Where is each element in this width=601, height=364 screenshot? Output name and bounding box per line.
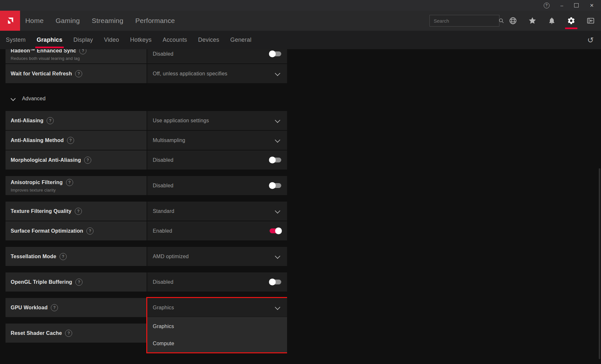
collapse-panel-icon[interactable] (586, 16, 595, 25)
close-icon[interactable]: ✕ (590, 3, 594, 8)
chevron-down-icon[interactable] (275, 137, 280, 143)
toggle-switch[interactable] (270, 51, 281, 56)
setting-label: Anti-Aliasing (11, 118, 43, 124)
nav-tab-performance[interactable]: Performance (135, 17, 175, 25)
help-icon[interactable]: ? (79, 49, 86, 54)
chevron-down-icon[interactable] (275, 208, 280, 214)
setting-value: Disabled (153, 183, 173, 189)
subnav-tab-devices[interactable]: Devices (198, 36, 219, 44)
help-icon[interactable]: ? (75, 208, 82, 215)
toggle-switch[interactable] (270, 228, 281, 233)
subnav-tab-display[interactable]: Display (73, 36, 93, 44)
search-icon[interactable] (498, 17, 505, 24)
help-icon[interactable]: ? (86, 227, 94, 235)
subnav-tab-system[interactable]: System (6, 36, 26, 44)
chevron-down-icon[interactable] (275, 117, 280, 123)
settings-row: GPU Workload?GraphicsGraphicsCompute (6, 298, 287, 317)
restore-defaults-icon[interactable]: ↺ (587, 36, 594, 44)
nav-tab-streaming[interactable]: Streaming (92, 17, 124, 25)
toggle-switch[interactable] (270, 280, 281, 284)
setting-label-line: Anti-Aliasing Method? (11, 137, 142, 144)
settings-row: OpenGL Triple Buffering?Disabled (6, 272, 287, 292)
search-input[interactable] (430, 18, 498, 24)
search-box[interactable] (429, 15, 499, 27)
setting-label-line: Texture Filtering Quality? (11, 208, 142, 215)
chevron-down-icon (11, 96, 16, 101)
setting-value: Enabled (153, 228, 172, 234)
subnav-tab-video[interactable]: Video (104, 36, 119, 44)
bell-icon[interactable] (547, 16, 556, 25)
setting-value-cell[interactable]: Use application settings (147, 111, 287, 130)
setting-label-cell: Anti-Aliasing Method? (6, 131, 147, 150)
chevron-down-icon[interactable] (275, 253, 280, 259)
section-header-advanced[interactable]: Advanced (6, 90, 287, 108)
dropdown-option-compute[interactable]: Compute (147, 335, 287, 353)
settings-row: Texture Filtering Quality?Standard (6, 202, 287, 221)
chevron-down-icon[interactable] (275, 304, 280, 310)
settings-row: Tessellation Mode?AMD optimized (6, 247, 287, 266)
setting-value-cell[interactable]: Multisampling (147, 131, 287, 150)
setting-subtitle: Improves texture clarity (11, 188, 142, 193)
nav-tab-home[interactable]: Home (25, 17, 44, 25)
star-icon[interactable] (528, 16, 537, 25)
subnav-tab-general[interactable]: General (230, 36, 251, 44)
toggle-knob (269, 157, 276, 163)
scrollbar-thumb[interactable] (599, 168, 600, 359)
setting-value-cell[interactable]: GraphicsGraphicsCompute (147, 298, 287, 317)
maximize-box (574, 3, 579, 7)
subnav-tab-hotkeys[interactable]: Hotkeys (130, 36, 151, 44)
settings-subnav-tabs: SystemGraphicsDisplayVideoHotkeysAccount… (6, 36, 251, 44)
subnav-tab-graphics[interactable]: Graphics (37, 36, 62, 44)
setting-label-cell: Morphological Anti-Aliasing? (6, 150, 147, 170)
dropdown-option-graphics[interactable]: Graphics (147, 318, 287, 335)
help-icon[interactable]: ? (47, 117, 54, 124)
maximize-icon[interactable] (574, 3, 579, 7)
settings-group: Tessellation Mode?AMD optimized (6, 247, 287, 266)
setting-label-line: Morphological Anti-Aliasing? (11, 157, 142, 164)
minimize-icon[interactable]: – (561, 3, 563, 8)
setting-label-line: OpenGL Triple Buffering? (11, 279, 142, 286)
setting-label: GPU Workload (11, 305, 48, 311)
setting-label-line: Radeon™ Enhanced Sync? (11, 49, 142, 54)
toggle-switch[interactable] (270, 158, 281, 162)
setting-value-cell[interactable]: Enabled (147, 221, 287, 240)
setting-value-cell[interactable]: Off, unless application specifies (147, 64, 287, 83)
setting-label: Wait for Vertical Refresh (11, 71, 72, 77)
nav-tab-gaming[interactable]: Gaming (56, 17, 80, 25)
help-icon[interactable]: ? (65, 330, 72, 337)
setting-label-line: Surface Format Optimization? (11, 227, 142, 235)
setting-value-cell[interactable]: Disabled (147, 272, 287, 292)
help-icon[interactable]: ? (75, 70, 82, 77)
help-icon[interactable]: ? (60, 253, 67, 260)
setting-label-line: Reset Shader Cache? (11, 330, 142, 337)
help-icon[interactable]: ? (84, 157, 91, 164)
chevron-down-icon[interactable] (275, 71, 280, 76)
setting-value: Disabled (153, 157, 173, 163)
setting-value: Use application settings (153, 118, 209, 124)
help-icon[interactable]: ? (66, 179, 73, 186)
setting-value-cell[interactable]: AMD optimized (147, 247, 287, 266)
setting-label-cell: GPU Workload? (6, 298, 147, 317)
setting-value: Disabled (153, 279, 173, 285)
toggle-knob (269, 50, 276, 57)
setting-value-cell[interactable]: Disabled (147, 150, 287, 170)
toggle-switch[interactable] (270, 183, 281, 188)
setting-value-cell[interactable]: Disabled (147, 176, 287, 195)
navbar-icons (508, 16, 595, 25)
gear-icon[interactable] (567, 16, 576, 25)
amd-logo[interactable] (0, 11, 20, 31)
setting-value: Off, unless application specifies (153, 71, 227, 77)
setting-label: Radeon™ Enhanced Sync (11, 49, 76, 54)
globe-icon[interactable] (508, 16, 518, 25)
setting-label: Anisotropic Filtering (11, 180, 63, 185)
help-icon[interactable]: ? (51, 304, 58, 311)
subnav-tab-accounts[interactable]: Accounts (162, 36, 187, 44)
setting-label: Anti-Aliasing Method (11, 138, 64, 143)
help-icon[interactable]: ? (75, 279, 83, 286)
help-icon[interactable]: ? (67, 137, 74, 144)
radeon-settings-window: ? – ✕ HomeGamingStreamingPerformance (0, 0, 601, 364)
setting-value-cell[interactable]: Disabled (147, 49, 287, 63)
setting-value-cell[interactable]: Standard (147, 202, 287, 221)
setting-label-line: Tessellation Mode? (11, 253, 142, 260)
help-icon[interactable]: ? (544, 3, 550, 8)
